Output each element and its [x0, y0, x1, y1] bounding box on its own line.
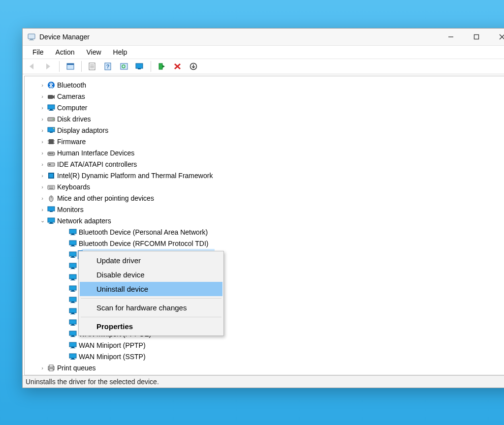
tree-category-network[interactable]: ⌄Network adapters: [25, 215, 504, 226]
device-tree[interactable]: ›Bluetooth›Cameras›Computer›Disk drives›…: [24, 76, 504, 375]
tree-category[interactable]: ›IDE ATA/ATAPI controllers: [25, 158, 504, 170]
svg-rect-97: [49, 365, 53, 367]
menu-help[interactable]: Help: [107, 47, 133, 58]
expander-icon[interactable]: ›: [38, 105, 46, 111]
net-icon: [68, 330, 78, 338]
svg-rect-65: [70, 246, 75, 246]
tree-node-label: WAN Miniport (SSTP): [78, 353, 146, 361]
tree-category[interactable]: ›Keyboards: [25, 181, 504, 192]
arrow-left-icon: [28, 62, 37, 70]
expander-icon[interactable]: ›: [38, 195, 46, 201]
context-menu-separator: [81, 298, 221, 299]
toolbar-separator: [59, 61, 60, 72]
toolbar-scan-button[interactable]: [117, 60, 131, 73]
svg-rect-58: [50, 222, 53, 223]
svg-rect-51: [53, 186, 54, 187]
svg-rect-69: [69, 263, 76, 268]
expander-icon[interactable]: ›: [38, 150, 46, 156]
svg-rect-88: [71, 335, 74, 336]
tree-node-label: Bluetooth Device (RFCOMM Protocol TDI): [78, 240, 208, 247]
tree-category[interactable]: ›Cameras: [25, 91, 504, 102]
expander-icon[interactable]: ›: [38, 184, 46, 190]
toolbar-back-button[interactable]: [26, 60, 39, 73]
menu-view[interactable]: View: [80, 47, 107, 58]
svg-rect-90: [69, 342, 76, 347]
menu-file[interactable]: File: [27, 47, 50, 58]
maximize-button[interactable]: [464, 29, 489, 45]
context-menu-item[interactable]: Disable device: [80, 268, 222, 282]
disk-icon: [46, 115, 56, 123]
svg-rect-56: [50, 211, 53, 212]
svg-rect-44: [49, 164, 51, 165]
svg-rect-86: [70, 325, 75, 326]
svg-rect-63: [69, 241, 76, 245]
toolbar-update-button[interactable]: [133, 60, 147, 73]
toolbar-enable-button[interactable]: [155, 60, 169, 73]
tree-category[interactable]: ›Display adaptors: [25, 124, 504, 136]
menu-action[interactable]: Action: [50, 47, 81, 58]
camera-icon: [46, 92, 56, 100]
svg-rect-62: [70, 235, 75, 235]
tree-category[interactable]: ›Human Interface Devices: [25, 147, 504, 158]
svg-rect-57: [48, 218, 55, 222]
expander-icon[interactable]: ›: [38, 173, 46, 179]
context-menu-item[interactable]: Properties: [80, 319, 222, 334]
expander-icon[interactable]: ›: [38, 161, 46, 167]
tree-device[interactable]: Bluetooth Device (RFCOMM Protocol TDI): [25, 238, 504, 249]
expander-icon[interactable]: ⌄: [38, 217, 46, 224]
svg-rect-25: [50, 109, 53, 110]
tree-category[interactable]: ›Computer: [25, 102, 504, 113]
minimize-button[interactable]: [438, 29, 464, 45]
net-icon: [68, 307, 78, 315]
tree-category[interactable]: ›Monitors: [25, 204, 504, 215]
device-manager-window: Device Manager File Action View Help: [22, 28, 504, 388]
svg-rect-70: [71, 268, 74, 269]
expander-icon[interactable]: ›: [38, 139, 46, 145]
expander-icon[interactable]: ›: [38, 82, 46, 88]
svg-rect-78: [69, 297, 76, 302]
tree-node-label: Display adaptors: [56, 126, 108, 134]
tree-device[interactable]: Bluetooth Device (Personal Area Network): [25, 226, 504, 238]
context-menu: Update driverDisable deviceUninstall dev…: [78, 251, 224, 336]
expander-icon[interactable]: ›: [38, 365, 46, 371]
toolbar-help-button[interactable]: ?: [101, 60, 115, 73]
tree-node-label: Monitors: [56, 206, 84, 213]
close-button[interactable]: [489, 29, 504, 45]
tree-category[interactable]: ›Bluetooth: [25, 79, 504, 91]
tree-node-label: Bluetooth: [56, 81, 86, 89]
tree-category[interactable]: ›Intel(R) Dynamic Platform and Thermal F…: [25, 170, 504, 181]
net-icon: [68, 285, 78, 293]
svg-rect-1: [30, 39, 33, 40]
firmware-icon: [46, 138, 56, 146]
expander-icon[interactable]: ›: [38, 93, 46, 99]
toolbar-disable-button[interactable]: [187, 60, 200, 73]
tree-device[interactable]: WAN Miniport (SSTP): [25, 351, 504, 362]
expander-icon[interactable]: ›: [38, 116, 46, 122]
tree-category[interactable]: ›Firmware: [25, 136, 504, 147]
expander-icon[interactable]: ›: [38, 207, 46, 212]
monitor-icon: [46, 206, 56, 213]
computer-icon: [46, 104, 56, 112]
svg-rect-84: [69, 320, 76, 324]
svg-rect-67: [71, 256, 74, 257]
expander-icon[interactable]: ›: [38, 127, 46, 133]
context-menu-item[interactable]: Scan for hardware changes: [80, 301, 222, 315]
ide-icon: [46, 160, 56, 168]
properties-sheet-icon: [88, 62, 97, 70]
svg-rect-95: [70, 359, 75, 360]
tree-device[interactable]: WAN Miniport (PPTP): [25, 339, 504, 351]
tree-category[interactable]: ›Mice and other pointing devices: [25, 192, 504, 204]
tree-node-label: Cameras: [56, 92, 85, 100]
context-menu-item[interactable]: Update driver: [80, 253, 222, 268]
svg-rect-24: [48, 105, 55, 109]
toolbar-forward-button[interactable]: [41, 60, 55, 73]
toolbar-show-hidden-button[interactable]: [63, 60, 77, 73]
tree-category[interactable]: ›Disk drives: [25, 113, 504, 124]
context-menu-item[interactable]: Uninstall device: [80, 282, 222, 296]
svg-rect-15: [121, 63, 127, 69]
svg-rect-91: [71, 347, 74, 348]
svg-rect-64: [71, 245, 74, 246]
toolbar-uninstall-button[interactable]: [171, 60, 185, 73]
tree-category[interactable]: ›Print queues: [25, 362, 504, 373]
toolbar-properties-button[interactable]: [86, 60, 99, 73]
